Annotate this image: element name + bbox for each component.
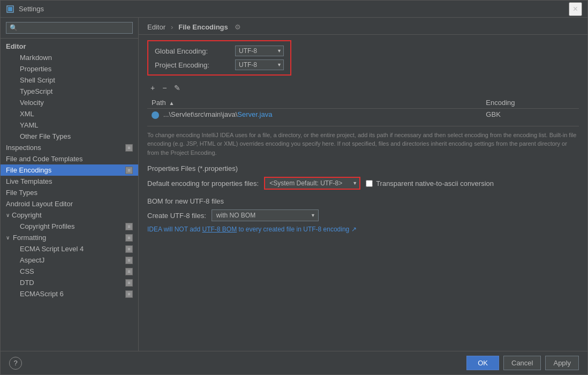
global-encoding-select-wrapper: UTF-8 GBK ISO-8859-1 (235, 46, 284, 56)
aspectj-icon: ≡ (125, 257, 133, 264)
sidebar-item-ecma-script-level-4[interactable]: ECMA Script Level 4 ≡ (1, 243, 138, 254)
remove-path-button[interactable]: − (159, 82, 170, 94)
sidebar-item-shell-script[interactable]: Shell Script (1, 74, 138, 86)
panel-content: Global Encoding: UTF-8 GBK ISO-8859-1 Pr… (139, 35, 587, 351)
sidebar-item-css[interactable]: CSS ≡ (1, 266, 138, 277)
sidebar-item-aspectj[interactable]: AspectJ ≡ (1, 254, 138, 266)
cancel-button[interactable]: Cancel (503, 356, 541, 370)
sidebar-item-live-templates[interactable]: Live Templates (1, 176, 138, 187)
sidebar-item-ecmascript-6[interactable]: ECMAScript 6 ≡ (1, 288, 138, 299)
file-encoding-table: Path ▲ Encoding ...\Servlet\src\main\jav… (147, 97, 579, 121)
sidebar-item-properties[interactable]: Properties (1, 63, 138, 74)
settings-window: Settings × Editor Markdown Properties Sh… (0, 0, 588, 375)
inspections-label: Inspections (6, 144, 41, 152)
bom-section: BOM for new UTF-8 files Create UTF-8 fil… (147, 197, 579, 233)
default-encoding-row: Default encoding for properties files: <… (147, 177, 579, 190)
encoding-info-text: To change encoding IntelliJ IDEA uses fo… (147, 126, 579, 158)
project-encoding-row: Project Encoding: UTF-8 GBK ISO-8859-1 (155, 59, 284, 70)
global-encoding-row: Global Encoding: UTF-8 GBK ISO-8859-1 (155, 46, 284, 56)
breadcrumb-parent: Editor (147, 23, 165, 31)
transparent-label: Transparent native-to-ascii conversion (376, 179, 494, 188)
bom-section-title: BOM for new UTF-8 files (147, 197, 579, 205)
formatting-expand-icon: ∨ (6, 235, 10, 241)
apply-button[interactable]: Apply (545, 356, 579, 370)
table-cell-encoding[interactable]: GBK (481, 109, 579, 121)
table-cell-path: ...\Servlet\src\main\java\Server.java (147, 109, 481, 121)
bom-select-wrapper: with NO BOM with BOM (212, 209, 319, 221)
gear-icon[interactable]: ⚙ (235, 23, 241, 31)
breadcrumb-sep: › (171, 23, 173, 31)
bom-info-text: IDEA will NOT add UTF-8 BOM to every cre… (147, 226, 579, 233)
sidebar-item-android-layout-editor[interactable]: Android Layout Editor (1, 198, 138, 209)
sidebar-item-markdown[interactable]: Markdown (1, 52, 138, 63)
sidebar-item-copyright-profiles[interactable]: Copyright Profiles ≡ (1, 221, 138, 232)
panel-header: Editor › File Encodings ⚙ (139, 18, 587, 35)
dialog-buttons: OK Cancel Apply (466, 356, 579, 370)
sidebar-item-velocity[interactable]: Velocity (1, 97, 138, 108)
ecmascript6-icon: ≡ (125, 290, 133, 298)
formatting-icon: ≡ (125, 234, 133, 242)
encoding-box: Global Encoding: UTF-8 GBK ISO-8859-1 Pr… (147, 40, 291, 76)
file-icon (152, 111, 159, 119)
add-path-button[interactable]: + (147, 82, 158, 94)
project-encoding-select-wrapper: UTF-8 GBK ISO-8859-1 (235, 59, 284, 70)
sidebar-item-dtd[interactable]: DTD ≡ (1, 277, 138, 288)
create-utf8-row: Create UTF-8 files: with NO BOM with BOM (147, 209, 579, 221)
bom-info-prefix: IDEA will NOT add (147, 226, 202, 233)
svg-rect-1 (8, 7, 12, 11)
file-path-toolbar: + − ✎ (147, 82, 579, 94)
bottom-bar: ? OK Cancel Apply (1, 351, 587, 374)
sidebar-item-typescript[interactable]: TypeScript (1, 86, 138, 97)
path-file: Server.java (237, 110, 272, 118)
app-icon (6, 5, 14, 13)
aspectj-label: AspectJ (20, 256, 44, 264)
table-row[interactable]: ...\Servlet\src\main\java\Server.java GB… (147, 109, 579, 121)
default-encoding-label: Default encoding for properties files: (147, 179, 259, 188)
main-panel: Editor › File Encodings ⚙ Global Encodin… (139, 18, 587, 351)
titlebar: Settings × (1, 1, 587, 18)
transparent-checkbox[interactable] (366, 180, 373, 187)
sidebar: Editor Markdown Properties Shell Script … (1, 18, 139, 351)
sidebar-item-yaml[interactable]: YAML (1, 119, 138, 131)
properties-section-title: Properties Files (*.properties) (147, 164, 579, 172)
css-icon: ≡ (125, 268, 133, 275)
utf8-bom-link[interactable]: UTF-8 BOM (202, 226, 237, 233)
search-box (1, 18, 138, 39)
window-title: Settings (19, 5, 569, 13)
dtd-icon: ≡ (125, 279, 133, 287)
path-prefix: ...\Servlet\src\main\java\ (163, 110, 238, 118)
close-button[interactable]: × (569, 2, 582, 16)
inspections-icon: ≡ (125, 144, 133, 152)
file-encodings-icon: ≡ (125, 167, 133, 174)
sort-arrow-icon: ▲ (169, 100, 174, 106)
col-encoding-header: Encoding (481, 97, 579, 109)
help-button[interactable]: ? (9, 357, 22, 370)
edit-path-button[interactable]: ✎ (171, 82, 184, 94)
search-input[interactable] (6, 22, 133, 34)
file-encodings-label: File Encodings (6, 166, 51, 174)
default-encoding-select-wrapper: <System Default: UTF-8> UTF-8 GBK (264, 177, 360, 190)
breadcrumb-current: File Encodings (178, 23, 228, 31)
sidebar-item-file-types[interactable]: File Types (1, 187, 138, 198)
copyright-profiles-icon: ≡ (125, 223, 133, 230)
sidebar-item-xml[interactable]: XML (1, 108, 138, 119)
create-utf8-select[interactable]: with NO BOM with BOM (212, 209, 319, 221)
sidebar-item-file-and-code-templates[interactable]: File and Code Templates (1, 153, 138, 164)
sidebar-item-inspections[interactable]: Inspections ≡ (1, 142, 138, 153)
sidebar-item-copyright[interactable]: ∨Copyright (1, 209, 138, 221)
ok-button[interactable]: OK (466, 356, 499, 370)
project-encoding-select[interactable]: UTF-8 GBK ISO-8859-1 (235, 59, 284, 70)
ecmascript6-label: ECMAScript 6 (20, 290, 64, 298)
sidebar-item-formatting[interactable]: ∨Formatting ≡ (1, 232, 138, 243)
sidebar-tree: Editor Markdown Properties Shell Script … (1, 39, 138, 351)
ecma-script-label: ECMA Script Level 4 (20, 245, 84, 253)
sidebar-item-file-encodings[interactable]: File Encodings ≡ (1, 164, 138, 176)
sidebar-section-editor: Editor (1, 41, 138, 52)
global-encoding-select[interactable]: UTF-8 GBK ISO-8859-1 (235, 46, 284, 56)
copyright-expand-icon: ∨ (6, 212, 10, 218)
copyright-profiles-label: Copyright Profiles (20, 222, 75, 230)
col-path-header: Path ▲ (147, 97, 481, 109)
sidebar-item-other-file-types[interactable]: Other File Types (1, 131, 138, 142)
global-encoding-label: Global Encoding: (155, 47, 230, 55)
default-encoding-select[interactable]: <System Default: UTF-8> UTF-8 GBK (264, 177, 360, 190)
